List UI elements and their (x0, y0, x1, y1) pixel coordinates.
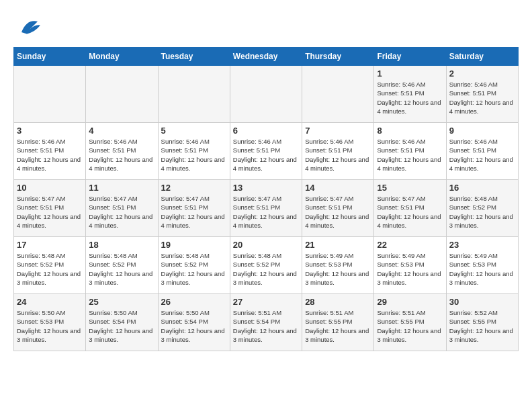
calendar-week-row: 24Sunrise: 5:50 AM Sunset: 5:53 PM Dayli… (14, 294, 519, 351)
calendar-cell: 3Sunrise: 5:46 AM Sunset: 5:51 PM Daylig… (14, 123, 86, 180)
day-number: 24 (17, 297, 83, 307)
calendar-cell: 9Sunrise: 5:46 AM Sunset: 5:51 PM Daylig… (446, 123, 518, 180)
day-info: Sunrise: 5:46 AM Sunset: 5:51 PM Dayligh… (305, 137, 371, 173)
day-info: Sunrise: 5:47 AM Sunset: 5:51 PM Dayligh… (377, 194, 443, 230)
day-number: 27 (233, 297, 299, 307)
column-header-tuesday: Tuesday (158, 48, 230, 66)
day-number: 16 (449, 183, 515, 193)
calendar-cell (302, 66, 374, 123)
day-info: Sunrise: 5:47 AM Sunset: 5:51 PM Dayligh… (233, 194, 299, 230)
day-info: Sunrise: 5:50 AM Sunset: 5:54 PM Dayligh… (89, 308, 154, 344)
calendar-cell (158, 66, 230, 123)
calendar-week-row: 3Sunrise: 5:46 AM Sunset: 5:51 PM Daylig… (14, 123, 519, 180)
calendar-header-row: SundayMondayTuesdayWednesdayThursdayFrid… (14, 48, 519, 66)
day-number: 14 (305, 183, 371, 193)
day-info: Sunrise: 5:46 AM Sunset: 5:51 PM Dayligh… (17, 137, 83, 173)
day-number: 19 (161, 240, 227, 250)
calendar-cell: 6Sunrise: 5:46 AM Sunset: 5:51 PM Daylig… (230, 123, 302, 180)
day-number: 28 (305, 297, 371, 307)
day-number: 26 (161, 297, 227, 307)
calendar-cell: 17Sunrise: 5:48 AM Sunset: 5:52 PM Dayli… (14, 237, 86, 294)
day-number: 29 (377, 297, 443, 307)
calendar-cell: 24Sunrise: 5:50 AM Sunset: 5:53 PM Dayli… (14, 294, 86, 351)
column-header-monday: Monday (86, 48, 158, 66)
day-info: Sunrise: 5:46 AM Sunset: 5:51 PM Dayligh… (377, 80, 443, 116)
calendar-cell: 5Sunrise: 5:46 AM Sunset: 5:51 PM Daylig… (158, 123, 230, 180)
day-number: 18 (89, 240, 154, 250)
day-info: Sunrise: 5:47 AM Sunset: 5:51 PM Dayligh… (89, 194, 154, 230)
calendar-week-row: 10Sunrise: 5:47 AM Sunset: 5:51 PM Dayli… (14, 180, 519, 237)
day-info: Sunrise: 5:47 AM Sunset: 5:51 PM Dayligh… (305, 194, 371, 230)
calendar-cell: 23Sunrise: 5:49 AM Sunset: 5:53 PM Dayli… (446, 237, 518, 294)
calendar-cell: 16Sunrise: 5:48 AM Sunset: 5:52 PM Dayli… (446, 180, 518, 237)
day-number: 8 (377, 126, 443, 136)
day-info: Sunrise: 5:50 AM Sunset: 5:54 PM Dayligh… (161, 308, 227, 344)
day-info: Sunrise: 5:46 AM Sunset: 5:51 PM Dayligh… (161, 137, 227, 173)
calendar-cell: 21Sunrise: 5:49 AM Sunset: 5:53 PM Dayli… (302, 237, 374, 294)
day-info: Sunrise: 5:49 AM Sunset: 5:53 PM Dayligh… (305, 251, 371, 287)
day-info: Sunrise: 5:46 AM Sunset: 5:51 PM Dayligh… (449, 137, 515, 173)
day-number: 3 (17, 126, 83, 136)
calendar-cell: 26Sunrise: 5:50 AM Sunset: 5:54 PM Dayli… (158, 294, 230, 351)
day-info: Sunrise: 5:47 AM Sunset: 5:51 PM Dayligh… (161, 194, 227, 230)
calendar-cell: 30Sunrise: 5:52 AM Sunset: 5:55 PM Dayli… (446, 294, 518, 351)
calendar-cell: 10Sunrise: 5:47 AM Sunset: 5:51 PM Dayli… (14, 180, 86, 237)
day-number: 30 (449, 297, 515, 307)
column-header-wednesday: Wednesday (230, 48, 302, 66)
day-info: Sunrise: 5:51 AM Sunset: 5:54 PM Dayligh… (233, 308, 299, 344)
day-number: 17 (17, 240, 83, 250)
calendar-cell: 25Sunrise: 5:50 AM Sunset: 5:54 PM Dayli… (86, 294, 158, 351)
day-number: 21 (305, 240, 371, 250)
day-info: Sunrise: 5:47 AM Sunset: 5:51 PM Dayligh… (17, 194, 83, 230)
day-info: Sunrise: 5:49 AM Sunset: 5:53 PM Dayligh… (449, 251, 515, 287)
day-info: Sunrise: 5:49 AM Sunset: 5:53 PM Dayligh… (377, 251, 443, 287)
day-number: 20 (233, 240, 299, 250)
day-number: 9 (449, 126, 515, 136)
day-info: Sunrise: 5:48 AM Sunset: 5:52 PM Dayligh… (17, 251, 83, 287)
day-info: Sunrise: 5:46 AM Sunset: 5:51 PM Dayligh… (89, 137, 154, 173)
day-number: 15 (377, 183, 443, 193)
day-info: Sunrise: 5:51 AM Sunset: 5:55 PM Dayligh… (377, 308, 443, 344)
calendar-cell: 18Sunrise: 5:48 AM Sunset: 5:52 PM Dayli… (86, 237, 158, 294)
day-number: 7 (305, 126, 371, 136)
day-info: Sunrise: 5:51 AM Sunset: 5:55 PM Dayligh… (305, 308, 371, 344)
logo-bird-icon (16, 13, 43, 40)
day-info: Sunrise: 5:52 AM Sunset: 5:55 PM Dayligh… (449, 308, 515, 344)
day-info: Sunrise: 5:50 AM Sunset: 5:53 PM Dayligh… (17, 308, 83, 344)
calendar-cell (14, 66, 86, 123)
day-number: 12 (161, 183, 227, 193)
day-info: Sunrise: 5:48 AM Sunset: 5:52 PM Dayligh… (89, 251, 154, 287)
day-number: 22 (377, 240, 443, 250)
column-header-sunday: Sunday (14, 48, 86, 66)
calendar-cell: 15Sunrise: 5:47 AM Sunset: 5:51 PM Dayli… (374, 180, 446, 237)
day-number: 6 (233, 126, 299, 136)
day-number: 25 (89, 297, 154, 307)
calendar-cell: 13Sunrise: 5:47 AM Sunset: 5:51 PM Dayli… (230, 180, 302, 237)
day-info: Sunrise: 5:48 AM Sunset: 5:52 PM Dayligh… (233, 251, 299, 287)
day-number: 2 (449, 68, 515, 79)
day-info: Sunrise: 5:46 AM Sunset: 5:51 PM Dayligh… (377, 137, 443, 173)
calendar-cell: 14Sunrise: 5:47 AM Sunset: 5:51 PM Dayli… (302, 180, 374, 237)
column-header-friday: Friday (374, 48, 446, 66)
calendar-cell (230, 66, 302, 123)
calendar-cell: 11Sunrise: 5:47 AM Sunset: 5:51 PM Dayli… (86, 180, 158, 237)
calendar-cell: 4Sunrise: 5:46 AM Sunset: 5:51 PM Daylig… (86, 123, 158, 180)
calendar-cell: 27Sunrise: 5:51 AM Sunset: 5:54 PM Dayli… (230, 294, 302, 351)
calendar-cell: 8Sunrise: 5:46 AM Sunset: 5:51 PM Daylig… (374, 123, 446, 180)
day-number: 23 (449, 240, 515, 250)
day-info: Sunrise: 5:48 AM Sunset: 5:52 PM Dayligh… (161, 251, 227, 287)
day-number: 13 (233, 183, 299, 193)
calendar-cell: 19Sunrise: 5:48 AM Sunset: 5:52 PM Dayli… (158, 237, 230, 294)
day-info: Sunrise: 5:46 AM Sunset: 5:51 PM Dayligh… (449, 80, 515, 116)
calendar-week-row: 1Sunrise: 5:46 AM Sunset: 5:51 PM Daylig… (14, 66, 519, 123)
calendar-week-row: 17Sunrise: 5:48 AM Sunset: 5:52 PM Dayli… (14, 237, 519, 294)
calendar-table: SundayMondayTuesdayWednesdayThursdayFrid… (13, 47, 519, 351)
column-header-thursday: Thursday (302, 48, 374, 66)
day-number: 5 (161, 126, 227, 136)
day-info: Sunrise: 5:48 AM Sunset: 5:52 PM Dayligh… (449, 194, 515, 230)
calendar-cell: 12Sunrise: 5:47 AM Sunset: 5:51 PM Dayli… (158, 180, 230, 237)
calendar-cell: 20Sunrise: 5:48 AM Sunset: 5:52 PM Dayli… (230, 237, 302, 294)
calendar-cell: 28Sunrise: 5:51 AM Sunset: 5:55 PM Dayli… (302, 294, 374, 351)
column-header-saturday: Saturday (446, 48, 518, 66)
calendar-cell: 2Sunrise: 5:46 AM Sunset: 5:51 PM Daylig… (446, 66, 518, 123)
